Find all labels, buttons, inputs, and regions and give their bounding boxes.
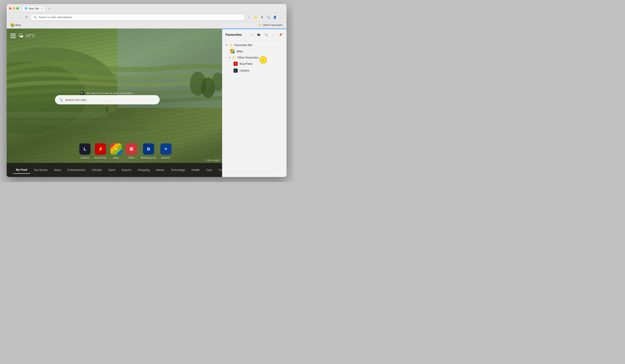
nav-sport[interactable]: Sport — [105, 166, 118, 173]
pin-panel-button[interactable]: 📌 — [278, 32, 283, 38]
favourites-bar-section[interactable]: ▼ ⭐ Favourites Bar — [222, 42, 286, 48]
disney-icon: + — [160, 143, 172, 155]
office-icon: ⊞ — [126, 143, 137, 155]
quick-links: L Lifewire ⚡ BuzzFeed 🛍 eBay ⊞ Office B … — [79, 143, 172, 159]
hero-search-placeholder: Search the web — [65, 98, 86, 102]
booking-label: Booking.com — [141, 156, 156, 159]
tab-close-button[interactable]: ✕ — [41, 7, 43, 10]
downloads-icon[interactable]: ⬇ — [259, 14, 265, 20]
bookmarks-bar: eBay 📁 Other Favourites — [7, 22, 286, 28]
nav-health[interactable]: Health — [188, 166, 203, 173]
quick-link-lifewire[interactable]: L Lifewire — [79, 143, 91, 159]
lifewire-icon: L — [79, 143, 91, 155]
title-bar: 🌐 New Tab ✕ + — [7, 4, 286, 13]
fav-buzzfeed-icon: ⚡ — [234, 62, 238, 66]
disney-label: Disney+ — [161, 156, 171, 159]
quick-link-disney[interactable]: + Disney+ — [160, 143, 172, 159]
svg-point-6 — [190, 72, 206, 96]
favourites-header: Favourites ☆ 🔍 ··· 📌 — [222, 29, 286, 41]
quick-link-booking[interactable]: B Booking.com — [141, 143, 156, 159]
add-folder-button[interactable] — [256, 32, 262, 38]
fav-buzzfeed-item[interactable]: ⚡ BuzzFeed — [222, 60, 286, 67]
image-credit[interactable]: e this image? — [206, 159, 220, 162]
fav-buzzfeed-label: BuzzFeed — [240, 62, 252, 65]
favbar-chevron-icon: ▼ — [225, 44, 227, 46]
folder-icon: 📁 — [258, 24, 262, 27]
address-text: Search or enter web address — [38, 16, 72, 19]
weather-temp: 10°C — [26, 33, 35, 38]
fav-lifewire-label: Lifewire — [240, 69, 249, 72]
hero-search-input[interactable]: 🔍 Search the web — [55, 95, 160, 104]
minimize-button[interactable] — [13, 7, 15, 10]
close-button[interactable] — [9, 7, 11, 10]
tab-icon: 🌐 — [25, 7, 28, 10]
nav-shopping[interactable]: Shopping — [134, 166, 153, 173]
other-favourites-section[interactable]: ▼ 📁 Other Favourites — [222, 55, 286, 60]
nav-technology[interactable]: Technology — [168, 166, 188, 173]
booking-icon: B — [143, 143, 154, 155]
weather-widget: 🌤 10°C — [11, 32, 35, 39]
settings-icon[interactable]: ··· — [279, 14, 284, 20]
svg-rect-11 — [7, 127, 148, 131]
favbar-star-icon: ⭐ — [229, 43, 233, 47]
weather-cloud-icon: 🌤 — [18, 32, 24, 39]
favourites-title: Favourites — [225, 33, 247, 37]
forward-button[interactable]: › — [16, 14, 22, 20]
quick-link-buzzfeed[interactable]: ⚡ BuzzFeed — [95, 143, 106, 159]
otherfav-chevron-icon: ▼ — [229, 56, 231, 59]
quick-link-ebay[interactable]: 🛍 eBay — [110, 143, 122, 159]
add-favourite-button[interactable]: ☆ — [249, 32, 254, 38]
svg-rect-5 — [105, 107, 108, 112]
fav-ebay-item[interactable]: e eBay — [222, 48, 286, 55]
main-content: 🌤 10°C ⚙ 🔍 We may not be able to move mo… — [7, 28, 286, 177]
browser-window: 🌐 New Tab ✕ + ‹ › ↻ 🔍 Search or enter we… — [7, 4, 286, 177]
other-favourites-label: Other Favourites — [263, 24, 282, 27]
nav-cars[interactable]: Cars — [203, 166, 216, 173]
refresh-button[interactable]: ↻ — [24, 14, 29, 20]
reading-list-icon[interactable]: ⭐ — [253, 14, 258, 20]
favourites-bar-label: Favourites Bar — [234, 43, 252, 47]
new-tab-button[interactable]: + — [47, 6, 52, 11]
nav-bar: ‹ › ↻ 🔍 Search or enter web address ☆ ⭐ … — [7, 13, 286, 22]
tab-title: New Tab — [29, 7, 39, 10]
office-label: Office — [128, 156, 135, 159]
more-options-button[interactable]: ··· — [270, 32, 276, 38]
lifewire-label: Lifewire — [80, 156, 89, 159]
ebay-bookmark[interactable]: eBay — [9, 23, 23, 28]
other-favourites-bookmark[interactable]: 📁 Other Favourites — [257, 23, 284, 28]
profile-icon[interactable]: 👤 — [272, 14, 278, 20]
nav-esports[interactable]: Esports — [118, 166, 134, 173]
buzzfeed-label: BuzzFeed — [95, 156, 106, 159]
ebay-ql-label: eBay — [113, 156, 119, 159]
active-tab[interactable]: 🌐 New Tab ✕ — [22, 6, 45, 11]
svg-point-7 — [201, 78, 215, 98]
search-icon: 🔍 — [33, 16, 37, 19]
address-bar[interactable]: 🔍 Search or enter web address — [31, 14, 245, 20]
back-button[interactable]: ‹ — [9, 14, 15, 20]
favourites-content: ▼ ⭐ Favourites Bar e eBay ▼ 📁 Other Favo… — [222, 41, 286, 177]
fav-lifewire-item[interactable]: L Lifewire — [222, 67, 286, 74]
svg-rect-3 — [103, 104, 115, 112]
nav-my-feed[interactable]: My Feed — [13, 166, 31, 174]
nav-money[interactable]: Money — [153, 166, 168, 173]
favourites-icon[interactable]: ☆ — [246, 14, 252, 20]
hero-search-icon: 🔍 — [59, 98, 63, 102]
nav-lifestyle[interactable]: Lifestyle — [88, 166, 105, 173]
favourites-panel: Favourites ☆ 🔍 ··· 📌 ▼ ⭐ Favourites Bar — [222, 28, 286, 177]
search-sidebar-icon[interactable]: 🔍 — [266, 14, 271, 20]
quick-link-office[interactable]: ⊞ Office — [126, 143, 137, 159]
apps-grid-icon[interactable] — [11, 33, 16, 38]
other-favourites-panel-label: Other Favourites — [237, 56, 258, 59]
nav-news[interactable]: News — [51, 166, 64, 173]
svg-rect-9 — [7, 112, 107, 118]
fav-ebay-icon: e — [230, 49, 234, 53]
buzzfeed-icon: ⚡ — [95, 143, 106, 155]
ebay-bookmark-label: eBay — [15, 24, 21, 27]
nav-top-stories[interactable]: Top Stories — [31, 166, 51, 173]
otherfav-folder-icon: 📁 — [232, 56, 236, 59]
maximize-button[interactable] — [16, 7, 19, 10]
fav-ebay-label: eBay — [236, 50, 243, 53]
nav-entertainment[interactable]: Entertainment — [64, 166, 88, 173]
search-favourites-button[interactable]: 🔍 — [263, 32, 269, 38]
hero-search: 🔍 Search the web — [55, 95, 160, 104]
